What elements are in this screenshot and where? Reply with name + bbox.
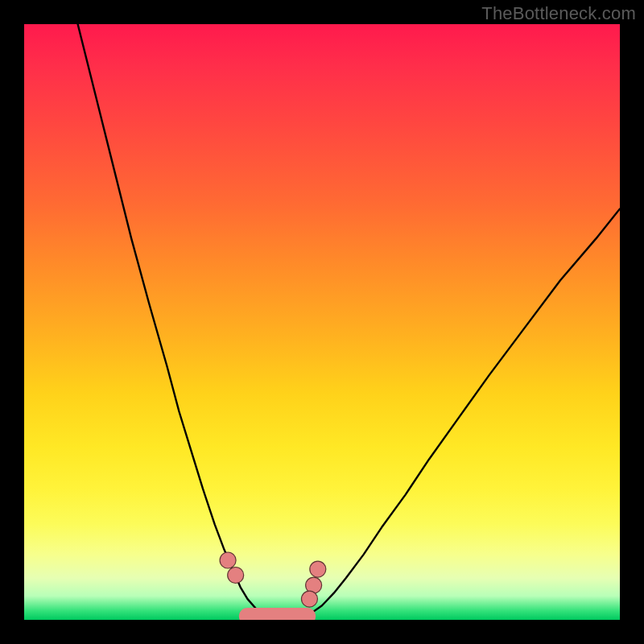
watermark-text: TheBottleneck.com (481, 3, 636, 24)
plot-area (24, 24, 620, 620)
right-lower-dot (301, 591, 317, 607)
right-upper-dot (310, 561, 326, 577)
chart-frame: TheBottleneck.com (0, 0, 644, 644)
left-lower-dot (228, 568, 244, 584)
left-upper-dot (220, 552, 236, 568)
marker-layer (24, 24, 620, 620)
